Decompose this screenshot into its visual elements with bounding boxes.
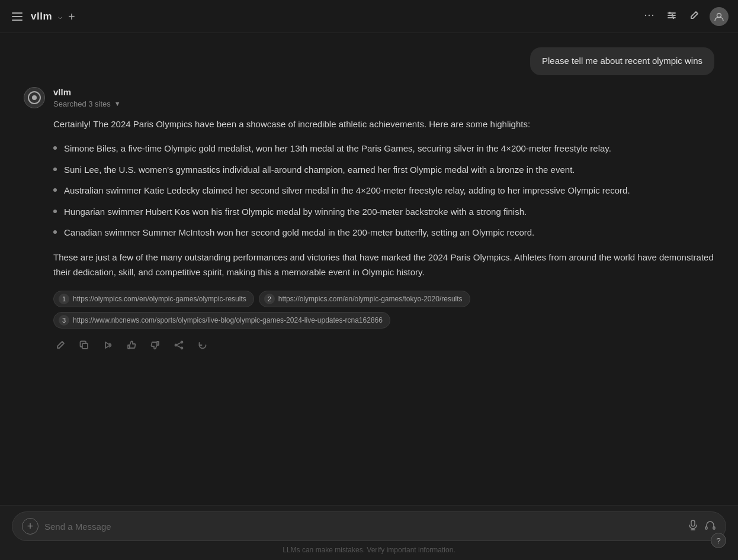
brand-chevron-icon[interactable]: ⌵ [58, 12, 62, 21]
bullet-dot [53, 230, 57, 234]
source-chip-3[interactable]: 3 https://www.nbcnews.com/sports/olympic… [53, 312, 390, 329]
source-num-1: 1 [59, 294, 69, 304]
bullet-dot [53, 210, 57, 213]
svg-line-18 [176, 345, 182, 348]
svg-point-1 [649, 14, 650, 15]
list-item: Hungarian swimmer Hubert Kos won his fir… [53, 204, 714, 220]
assistant-avatar-dot [32, 95, 37, 100]
action-row [53, 338, 714, 353]
svg-point-0 [645, 14, 646, 15]
main-content: Please tell me about recent olympic wins… [0, 33, 738, 505]
settings-button[interactable] [665, 8, 679, 25]
more-options-button[interactable] [642, 8, 656, 25]
closing-text: These are just a few of the many outstan… [53, 250, 714, 280]
assistant-avatar-inner [28, 91, 41, 104]
source-url-2: https://olympics.com/en/olympic-games/to… [278, 295, 463, 303]
assistant-message: vllm Searched 3 sites ▼ Certainly! The 2… [24, 87, 714, 353]
assistant-name: vllm [53, 87, 714, 97]
source-chip-1[interactable]: 1 https://olympics.com/en/olympic-games/… [53, 291, 254, 307]
searched-sites-toggle[interactable]: Searched 3 sites ▼ [53, 99, 714, 108]
assistant-body: vllm Searched 3 sites ▼ Certainly! The 2… [53, 87, 714, 353]
headphones-button[interactable] [704, 519, 716, 533]
thumbs-down-button[interactable] [148, 338, 162, 353]
bullet-list: Simone Biles, a five-time Olympic gold m… [53, 141, 714, 240]
svg-rect-22 [705, 527, 707, 529]
assistant-avatar [24, 87, 45, 108]
brand-name[interactable]: vllm [31, 11, 52, 22]
svg-rect-23 [713, 527, 715, 529]
list-item: Suni Lee, the U.S. women's gymnastics in… [53, 162, 714, 178]
svg-point-2 [652, 14, 653, 15]
hamburger-icon[interactable] [9, 10, 25, 23]
user-message-wrapper: Please tell me about recent olympic wins [24, 47, 714, 75]
source-num-2: 2 [264, 294, 275, 304]
svg-rect-19 [691, 520, 695, 526]
bullet-dot [53, 188, 57, 192]
attach-button[interactable]: + [22, 518, 38, 535]
topbar-left: vllm ⌵ + [9, 10, 75, 23]
source-url-1: https://olympics.com/en/olympic-games/ol… [73, 295, 246, 303]
source-num-3: 3 [59, 315, 69, 326]
svg-rect-10 [82, 343, 88, 349]
searched-sites-label: Searched 3 sites [53, 99, 111, 108]
topbar: vllm ⌵ + [0, 0, 738, 33]
sources: 1 https://olympics.com/en/olympic-games/… [53, 291, 714, 329]
user-message-bubble: Please tell me about recent olympic wins [530, 47, 714, 75]
bullet-dot [53, 146, 57, 150]
avatar[interactable] [710, 7, 729, 26]
user-message-text: Please tell me about recent olympic wins [542, 56, 702, 66]
svg-rect-13 [157, 342, 159, 345]
svg-line-17 [176, 342, 182, 345]
topbar-right [642, 7, 729, 26]
source-url-3: https://www.nbcnews.com/sports/olympics/… [73, 316, 383, 324]
edit-button[interactable] [687, 8, 701, 25]
bullet-dot [53, 168, 57, 171]
footer-note: LLMs can make mistakes. Verify important… [12, 546, 726, 556]
source-chip-2[interactable]: 2 https://olympics.com/en/olympic-games/… [259, 291, 470, 307]
intro-text: Certainly! The 2024 Paris Olympics have … [53, 117, 714, 132]
list-item: Canadian swimmer Summer McIntosh won her… [53, 225, 714, 240]
bullet-text: Canadian swimmer Summer McIntosh won her… [64, 225, 534, 240]
bullet-text: Suni Lee, the U.S. women's gymnastics in… [64, 162, 575, 178]
help-badge[interactable]: ? [711, 533, 726, 548]
share-button[interactable] [172, 338, 186, 353]
list-item: Simone Biles, a five-time Olympic gold m… [53, 141, 714, 156]
message-input[interactable] [44, 522, 682, 532]
new-chat-button[interactable]: + [68, 11, 75, 22]
refresh-button[interactable] [195, 338, 210, 353]
thumbs-up-button[interactable] [124, 338, 139, 353]
bullet-text: Simone Biles, a five-time Olympic gold m… [64, 141, 611, 156]
chevron-down-icon: ▼ [114, 100, 121, 107]
bottom-bar: + LLMs can make mistakes. Verify importa… [0, 505, 738, 560]
list-item: Australian swimmer Katie Ledecky claimed… [53, 183, 714, 198]
copy-button[interactable] [77, 338, 91, 353]
input-area: + [12, 511, 726, 541]
edit-response-button[interactable] [53, 338, 68, 353]
audio-button[interactable] [101, 338, 115, 353]
bullet-text: Australian swimmer Katie Ledecky claimed… [64, 183, 630, 198]
svg-rect-12 [128, 345, 130, 349]
microphone-button[interactable] [688, 520, 698, 533]
bullet-text: Hungarian swimmer Hubert Kos won his fir… [64, 204, 527, 220]
